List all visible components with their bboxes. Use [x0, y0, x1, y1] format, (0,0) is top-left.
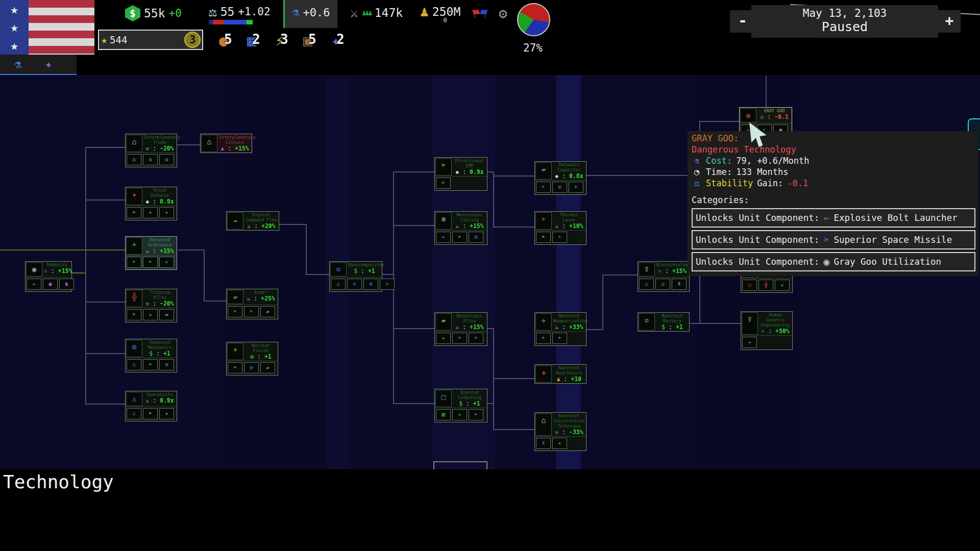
victory-points-panel[interactable]: ★ 544 3 [98, 30, 203, 50]
star-badge: 3 [184, 32, 201, 48]
drone-token[interactable]: ✦2 [329, 29, 353, 53]
footer-bar: Technology [0, 469, 980, 551]
time-label: Time: [706, 167, 732, 177]
unlock-row[interactable]: Unlocks Unit Component:◉Gray Goo Utiliza… [692, 252, 975, 271]
gain-label: Gain: [757, 179, 783, 188]
unlock-name: Superior Space Missile [834, 235, 952, 245]
speed-plus-button[interactable]: + [938, 10, 961, 33]
current-date: May 13, 2,103 [751, 7, 938, 19]
technology-tab[interactable]: ⚗ [7, 56, 29, 72]
space-missile-icon: ➤ [823, 235, 829, 245]
stability-bar-segment [213, 20, 224, 24]
star-icon: ★ [101, 34, 107, 46]
token-row: ●5▦2⚡3▣5✦2 [217, 29, 353, 53]
culture-tab[interactable]: ✦ [38, 56, 59, 72]
empire-pie-chart[interactable] [517, 3, 550, 36]
unlock-list: Unlocks Unit Component:➳Explosive Bolt L… [692, 208, 975, 271]
unlock-label: Unlocks Unit Component: [696, 235, 819, 245]
categories-label: Categories: [692, 195, 975, 205]
unlock-name: Explosive Bolt Launcher [834, 213, 957, 223]
date-panel[interactable]: May 13, 2,103 Paused [751, 5, 938, 38]
screen-title: Technology [3, 471, 114, 492]
pawn-icon: ♟ [420, 3, 429, 20]
view-tabs: ⚗✦ [0, 55, 77, 74]
tab-underline [0, 74, 77, 75]
stability-bar [209, 20, 254, 24]
dollar-hex-icon: $ [125, 5, 140, 21]
shield-token[interactable]: ▣5 [301, 29, 325, 53]
royalty-value: 250M [432, 5, 460, 18]
food-token[interactable]: ●5 [217, 29, 240, 53]
scales-icon: ⚖ [209, 4, 217, 19]
stability-label: Stability [706, 179, 753, 188]
background-stripe [327, 75, 350, 469]
science-section[interactable]: ⚗ +0.6 [283, 0, 337, 28]
flag-stripes [29, 0, 94, 55]
unlock-label: Unlocks Unit Component: [696, 213, 819, 223]
money-readout[interactable]: $ 55k +0 [125, 5, 182, 21]
background-stripe [556, 75, 581, 469]
gray-goo-drop-icon: ◉ [823, 257, 829, 267]
barricade-token[interactable]: ▦2 [245, 29, 268, 53]
tech-tooltip: GRAY GOO: Dangerous Technology ⚗ Cost: 7… [688, 131, 978, 276]
food-token-count: 5 [224, 32, 232, 47]
barricade-token-count: 2 [252, 32, 260, 47]
money-value: 55k [144, 7, 165, 20]
military-readout[interactable]: ⚔ ♟♟♟ 147k [350, 5, 403, 20]
money-delta: +0 [169, 7, 182, 19]
flag-stars: ★★★ [0, 0, 29, 55]
background-stripe [431, 75, 495, 469]
people-icon: ♟♟♟ [362, 8, 371, 17]
gain-value: -0.1 [787, 179, 808, 188]
pie-percent: 27% [514, 42, 551, 54]
settings-gear-icon[interactable]: ⚙ [499, 5, 507, 22]
top-bar: ★★★ $ 55k +0 ⚖ 55 +1.02 ⚗ +0.6 ⚔ ♟♟♟ 147… [0, 0, 980, 75]
military-value: 147k [375, 6, 403, 19]
stability-bar-segment [224, 20, 247, 24]
background-stripe [225, 75, 327, 469]
stability-delta: +1.02 [238, 6, 270, 18]
bolt-launcher-icon: ➳ [823, 213, 829, 223]
pause-state: Paused [751, 19, 938, 34]
unlock-row[interactable]: Unlocks Unit Component:➤Superior Space M… [692, 230, 975, 249]
stability-readout[interactable]: ⚖ 55 +1.02 [209, 4, 271, 19]
unlock-label: Unlocks Unit Component: [696, 257, 819, 267]
stability-bar-segment [209, 20, 213, 24]
scales-icon: ⚖ [692, 179, 702, 188]
stability-bar-segment [247, 20, 253, 24]
tooltip-subtitle: Dangerous Technology [692, 145, 975, 155]
clock-icon: ◔ [692, 167, 702, 177]
war-flags-icon[interactable]: ⚑ ⚑ [472, 5, 488, 20]
cost-label: Cost: [706, 156, 732, 166]
tooltip-title: GRAY GOO: [692, 134, 975, 143]
star-value: 544 [110, 34, 127, 45]
swords-icon: ⚔ [350, 5, 358, 20]
royalty-sub-value: 0 [435, 17, 455, 24]
science-delta: +0.6 [303, 6, 330, 19]
game-screen: ◉Robotics⚛ : +15%✦◉♞⌂Interplanetary Trad… [0, 0, 980, 551]
flask-icon: ⚗ [292, 5, 299, 19]
cost-value: 79, +0.6/Month [736, 156, 809, 166]
faction-flag[interactable]: ★★★ [0, 0, 94, 55]
drone-token-count: 2 [336, 32, 345, 47]
stability-value: 55 [220, 5, 235, 18]
energy-token[interactable]: ⚡3 [273, 29, 297, 53]
shield-token-count: 5 [308, 32, 316, 47]
unlock-name: Gray Goo Utilization [834, 257, 941, 267]
unlock-row[interactable]: Unlocks Unit Component:➳Explosive Bolt L… [692, 208, 975, 228]
flask-icon: ⚗ [692, 156, 702, 166]
energy-token-count: 3 [280, 32, 288, 47]
time-value: 133 Months [736, 167, 788, 177]
